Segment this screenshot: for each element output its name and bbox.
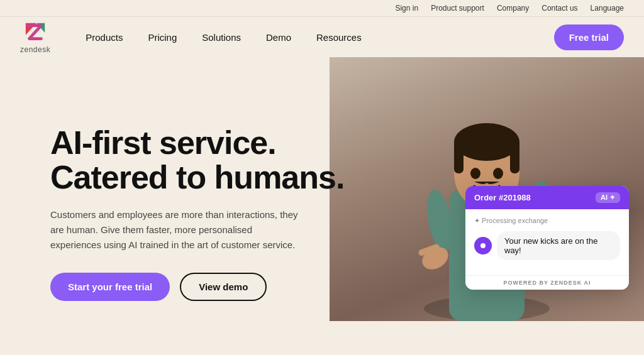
chat-avatar-dot — [480, 243, 486, 248]
hero-buttons: Start your free trial View demo — [50, 273, 352, 301]
chat-bubble: Your new kicks are on the way! — [497, 231, 620, 260]
hero-photo: Order #201988 AI ✦ ✦ Processing exchange… — [330, 57, 644, 321]
utility-bar: Sign in Product support Company Contact … — [0, 0, 644, 17]
nav-resources[interactable]: Resources — [306, 27, 372, 48]
nav-pricing[interactable]: Pricing — [138, 27, 187, 48]
svg-point-10 — [470, 168, 480, 179]
chat-header: Order #201988 AI ✦ — [465, 186, 629, 209]
nav-solutions[interactable]: Solutions — [192, 27, 251, 48]
main-nav: zendesk Products Pricing Solutions Demo … — [0, 17, 644, 57]
hero-title: AI-first service. Catered to humans. — [50, 126, 352, 194]
chat-order-label: Order #201988 — [474, 193, 531, 202]
svg-point-11 — [493, 168, 503, 179]
svg-rect-8 — [454, 139, 464, 173]
logo[interactable]: zendesk — [20, 21, 50, 54]
nav-products[interactable]: Products — [75, 27, 133, 48]
language-link[interactable]: Language — [591, 4, 624, 13]
hero-section: AI-first service. Catered to humans. Cus… — [0, 57, 644, 349]
hero-image-area: Order #201988 AI ✦ ✦ Processing exchange… — [330, 57, 644, 349]
chat-processing: ✦ Processing exchange — [474, 217, 620, 225]
chat-footer: POWERED BY ZENDESK AI — [465, 275, 629, 290]
chat-widget: Order #201988 AI ✦ ✦ Processing exchange… — [465, 186, 629, 290]
hero-subtitle: Customers and employees are more than in… — [50, 207, 302, 253]
nav-free-trial-button[interactable]: Free trial — [554, 25, 624, 50]
zendesk-logo-icon — [23, 21, 47, 45]
nav-demo[interactable]: Demo — [256, 27, 301, 48]
chat-message-row: Your new kicks are on the way! — [474, 231, 620, 260]
chat-ai-badge: AI ✦ — [596, 192, 620, 203]
sign-in-link[interactable]: Sign in — [395, 4, 418, 13]
product-support-link[interactable]: Product support — [431, 4, 484, 13]
company-link[interactable]: Company — [497, 4, 529, 13]
logo-text: zendesk — [20, 45, 50, 54]
svg-point-7 — [454, 123, 519, 161]
nav-actions: Free trial — [554, 25, 624, 50]
chat-avatar — [474, 237, 492, 254]
hero-content: AI-first service. Catered to humans. Cus… — [50, 126, 352, 300]
start-trial-button[interactable]: Start your free trial — [50, 273, 170, 301]
chat-body: ✦ Processing exchange Your new kicks are… — [465, 209, 629, 275]
view-demo-button[interactable]: View demo — [180, 273, 267, 301]
svg-rect-9 — [510, 139, 519, 173]
contact-us-link[interactable]: Contact us — [541, 4, 577, 13]
nav-links: Products Pricing Solutions Demo Resource… — [75, 27, 553, 48]
